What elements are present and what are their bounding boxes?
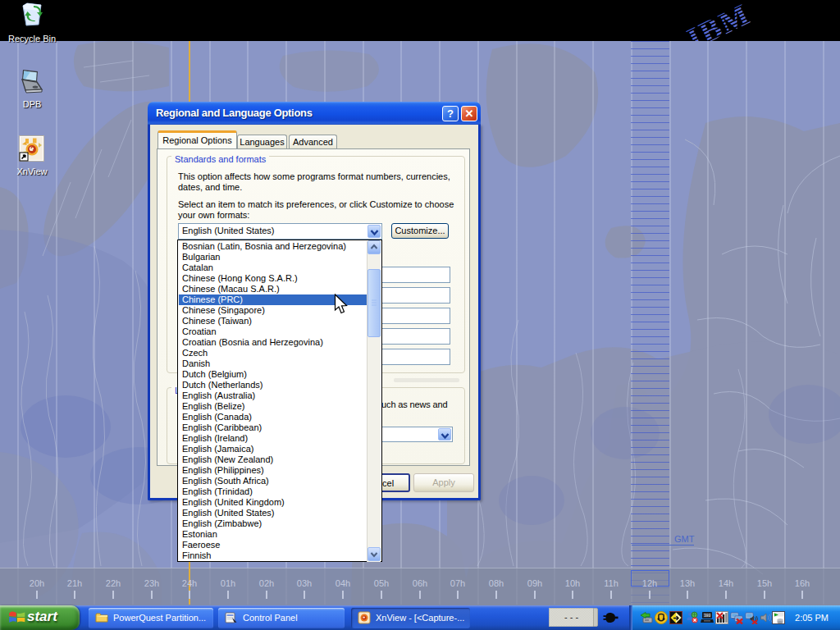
svg-text:IBM: IBM bbox=[682, 0, 756, 41]
svg-text:380: 380 bbox=[704, 614, 710, 618]
